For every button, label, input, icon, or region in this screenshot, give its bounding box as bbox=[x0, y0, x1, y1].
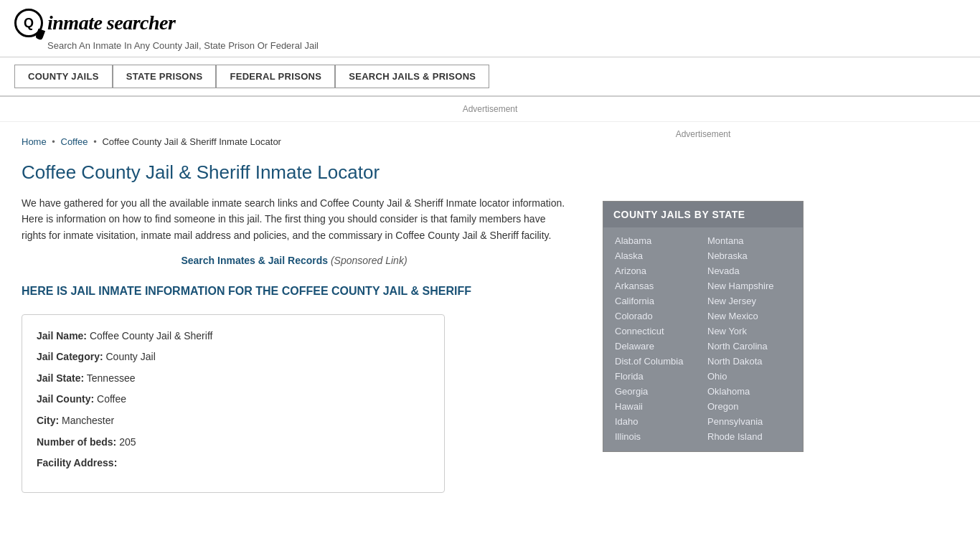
info-row-jail-name: Jail Name: Coffee County Jail & Sheriff bbox=[37, 329, 430, 344]
sidebar-ad: Advertisement bbox=[603, 129, 804, 187]
info-box: Jail Name: Coffee County Jail & Sheriff … bbox=[22, 314, 445, 493]
label-beds: Number of beds: bbox=[37, 436, 116, 448]
state-col1: AlabamaAlaskaArizonaArkansasCaliforniaCo… bbox=[611, 233, 703, 444]
sponsored-link-area: Search Inmates & Jail Records (Sponsored… bbox=[22, 255, 567, 266]
state-link[interactable]: Rhode Island bbox=[703, 429, 796, 444]
ad-bar-label: Advertisement bbox=[463, 104, 518, 114]
state-link[interactable]: California bbox=[611, 293, 703, 309]
state-link[interactable]: Delaware bbox=[611, 339, 703, 354]
state-link[interactable]: Colorado bbox=[611, 309, 703, 324]
label-state: Jail State: bbox=[37, 372, 84, 384]
breadcrumb-current: Coffee County Jail & Sheriff Inmate Loca… bbox=[102, 136, 281, 147]
nav-state-prisons[interactable]: STATE PRISONS bbox=[113, 65, 217, 88]
nav-buttons: COUNTY JAILS STATE PRISONS FEDERAL PRISO… bbox=[14, 65, 966, 88]
info-row-address: Facility Address: bbox=[37, 456, 430, 471]
sponsored-suffix-text: (Sponsored Link) bbox=[331, 255, 407, 266]
state-link[interactable]: Alabama bbox=[611, 233, 703, 248]
info-row-category: Jail Category: County Jail bbox=[37, 350, 430, 364]
state-link[interactable]: Arizona bbox=[611, 263, 703, 278]
logo-searcher: searcher bbox=[107, 11, 176, 34]
state-link[interactable]: Nebraska bbox=[703, 248, 796, 263]
state-link[interactable]: Florida bbox=[611, 369, 703, 384]
value-city-text: Manchester bbox=[62, 415, 114, 426]
logo-inmate: inmate bbox=[47, 11, 102, 34]
sponsored-link[interactable]: Search Inmates & Jail Records bbox=[181, 255, 328, 266]
header: Q inmate searcher Search An Inmate In An… bbox=[0, 0, 980, 57]
state-link[interactable]: Pennsylvania bbox=[703, 414, 796, 429]
logo-text: inmate searcher bbox=[47, 11, 175, 34]
nav-county-jails[interactable]: COUNTY JAILS bbox=[14, 65, 113, 88]
section-heading: HERE IS JAIL INMATE INFORMATION FOR THE … bbox=[22, 283, 567, 299]
value-state-text: Tennessee bbox=[87, 372, 136, 384]
state-link[interactable]: Nevada bbox=[703, 263, 796, 278]
state-link[interactable]: Idaho bbox=[611, 414, 703, 429]
state-link[interactable]: Hawaii bbox=[611, 399, 703, 414]
state-link[interactable]: Arkansas bbox=[611, 278, 703, 293]
content-area: Home • Coffee • Coffee County Jail & She… bbox=[0, 122, 588, 507]
state-box: COUNTY JAILS BY STATE AlabamaAlaskaArizo… bbox=[603, 201, 804, 452]
label-county: Jail County: bbox=[37, 393, 94, 405]
page-title: Coffee County Jail & Sheriff Inmate Loca… bbox=[22, 161, 567, 184]
state-link[interactable]: New Jersey bbox=[703, 293, 796, 309]
sidebar-ad-label: Advertisement bbox=[676, 129, 731, 139]
label-address: Facility Address: bbox=[37, 457, 117, 468]
state-link[interactable]: North Carolina bbox=[703, 339, 796, 354]
info-row-beds: Number of beds: 205 bbox=[37, 435, 430, 450]
breadcrumb: Home • Coffee • Coffee County Jail & She… bbox=[22, 136, 567, 147]
state-link[interactable]: New Hampshire bbox=[703, 278, 796, 293]
state-grid: AlabamaAlaskaArizonaArkansasCaliforniaCo… bbox=[603, 227, 803, 451]
label-jail-name: Jail Name: bbox=[37, 330, 87, 342]
sidebar: Advertisement COUNTY JAILS BY STATE Alab… bbox=[588, 122, 818, 507]
state-link[interactable]: Connecticut bbox=[611, 324, 703, 339]
breadcrumb-home[interactable]: Home bbox=[22, 136, 47, 147]
state-link[interactable]: Alaska bbox=[611, 248, 703, 263]
breadcrumb-sep1: • bbox=[52, 136, 55, 147]
value-beds-text: 205 bbox=[119, 436, 136, 448]
state-link[interactable]: Montana bbox=[703, 233, 796, 248]
state-link[interactable]: Georgia bbox=[611, 384, 703, 399]
logo-icon: Q bbox=[14, 9, 43, 37]
state-link[interactable]: New Mexico bbox=[703, 309, 796, 324]
breadcrumb-coffee[interactable]: Coffee bbox=[61, 136, 88, 147]
tagline: Search An Inmate In Any County Jail, Sta… bbox=[47, 40, 966, 51]
info-row-city: City: Manchester bbox=[37, 414, 430, 428]
nav-federal-prisons[interactable]: FEDERAL PRISONS bbox=[216, 65, 335, 88]
value-jail-name-text: Coffee County Jail & Sheriff bbox=[90, 330, 212, 342]
logo-area: Q inmate searcher bbox=[14, 9, 966, 37]
state-link[interactable]: Dist.of Columbia bbox=[611, 354, 703, 369]
info-row-county: Jail County: Coffee bbox=[37, 392, 430, 407]
info-row-state: Jail State: Tennessee bbox=[37, 372, 430, 386]
state-box-title: COUNTY JAILS BY STATE bbox=[603, 202, 803, 227]
state-link[interactable]: Ohio bbox=[703, 369, 796, 384]
nav-search-jails[interactable]: SEARCH JAILS & PRISONS bbox=[335, 65, 489, 88]
state-link[interactable]: North Dakota bbox=[703, 354, 796, 369]
main-layout: Home • Coffee • Coffee County Jail & She… bbox=[0, 122, 980, 507]
ad-bar: Advertisement bbox=[0, 97, 980, 122]
state-link[interactable]: Illinois bbox=[611, 429, 703, 444]
value-county-text: Coffee bbox=[97, 393, 126, 405]
nav-bar: COUNTY JAILS STATE PRISONS FEDERAL PRISO… bbox=[0, 57, 980, 97]
breadcrumb-sep2: • bbox=[93, 136, 97, 147]
label-category: Jail Category: bbox=[37, 351, 103, 362]
state-link[interactable]: Oregon bbox=[703, 399, 796, 414]
description: We have gathered for you all the availab… bbox=[22, 195, 567, 243]
state-col2: MontanaNebraskaNevadaNew HampshireNew Je… bbox=[703, 233, 796, 444]
label-city: City: bbox=[37, 415, 59, 426]
state-link[interactable]: Oklahoma bbox=[703, 384, 796, 399]
value-category-text: County Jail bbox=[105, 351, 155, 362]
state-link[interactable]: New York bbox=[703, 324, 796, 339]
